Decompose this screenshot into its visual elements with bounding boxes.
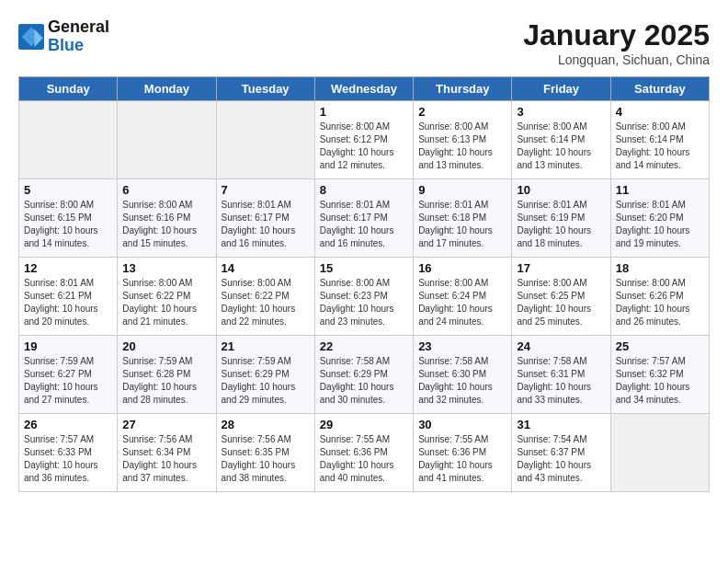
day-number: 27: [122, 418, 210, 431]
calendar-week-3: 12Sunrise: 8:01 AM Sunset: 6:21 PM Dayli…: [19, 258, 710, 336]
day-number: 19: [24, 339, 112, 353]
calendar-cell: 30Sunrise: 7:55 AM Sunset: 6:36 PM Dayli…: [414, 414, 512, 492]
calendar-cell: 26Sunrise: 7:57 AM Sunset: 6:33 PM Dayli…: [19, 414, 118, 492]
weekday-header-tuesday: Tuesday: [216, 77, 314, 101]
weekday-header-thursday: Thursday: [414, 77, 512, 101]
day-info: Sunrise: 7:55 AM Sunset: 6:36 PM Dayligh…: [320, 433, 408, 485]
calendar-cell: 23Sunrise: 7:58 AM Sunset: 6:30 PM Dayli…: [414, 336, 512, 414]
calendar-cell: 2Sunrise: 8:00 AM Sunset: 6:13 PM Daylig…: [414, 101, 512, 179]
day-number: 29: [320, 418, 408, 431]
calendar-cell: 18Sunrise: 8:00 AM Sunset: 6:26 PM Dayli…: [610, 258, 709, 336]
day-number: 31: [517, 418, 605, 431]
day-number: 22: [320, 339, 408, 353]
calendar-week-4: 19Sunrise: 7:59 AM Sunset: 6:27 PM Dayli…: [19, 336, 710, 414]
calendar-cell: 9Sunrise: 8:01 AM Sunset: 6:18 PM Daylig…: [414, 179, 512, 258]
day-info: Sunrise: 7:59 AM Sunset: 6:28 PM Dayligh…: [122, 355, 210, 407]
calendar-cell: 20Sunrise: 7:59 AM Sunset: 6:28 PM Dayli…: [118, 336, 216, 414]
day-number: 24: [517, 339, 605, 353]
day-info: Sunrise: 8:00 AM Sunset: 6:16 PM Dayligh…: [122, 199, 210, 250]
day-info: Sunrise: 7:58 AM Sunset: 6:30 PM Dayligh…: [418, 355, 506, 407]
day-info: Sunrise: 7:56 AM Sunset: 6:35 PM Dayligh…: [222, 433, 310, 485]
day-number: 17: [517, 261, 605, 275]
logo: General Blue: [18, 18, 109, 55]
calendar-cell: 24Sunrise: 7:58 AM Sunset: 6:31 PM Dayli…: [512, 336, 610, 414]
day-info: Sunrise: 8:00 AM Sunset: 6:22 PM Dayligh…: [122, 277, 210, 328]
calendar-cell: 15Sunrise: 8:00 AM Sunset: 6:23 PM Dayli…: [314, 258, 413, 336]
calendar-cell: 19Sunrise: 7:59 AM Sunset: 6:27 PM Dayli…: [19, 336, 118, 414]
calendar-cell: 27Sunrise: 7:56 AM Sunset: 6:34 PM Dayli…: [118, 414, 216, 492]
day-info: Sunrise: 8:00 AM Sunset: 6:14 PM Dayligh…: [616, 121, 704, 172]
calendar-cell: 31Sunrise: 7:54 AM Sunset: 6:37 PM Dayli…: [512, 414, 610, 492]
calendar-cell: 16Sunrise: 8:00 AM Sunset: 6:24 PM Dayli…: [414, 258, 512, 336]
day-info: Sunrise: 7:58 AM Sunset: 6:29 PM Dayligh…: [320, 355, 408, 407]
calendar-cell: 17Sunrise: 8:00 AM Sunset: 6:25 PM Dayli…: [512, 258, 610, 336]
month-title: January 2025: [523, 18, 710, 52]
day-number: 25: [616, 339, 704, 353]
day-info: Sunrise: 7:56 AM Sunset: 6:34 PM Dayligh…: [122, 433, 210, 485]
calendar-cell: [118, 101, 216, 179]
weekday-header-sunday: Sunday: [19, 77, 118, 101]
day-number: 18: [616, 261, 704, 275]
day-number: 1: [320, 105, 408, 119]
day-number: 2: [418, 105, 506, 119]
day-number: 30: [418, 418, 506, 431]
day-number: 6: [122, 183, 210, 197]
day-info: Sunrise: 8:00 AM Sunset: 6:12 PM Dayligh…: [320, 121, 408, 172]
calendar-cell: 4Sunrise: 8:00 AM Sunset: 6:14 PM Daylig…: [610, 101, 709, 179]
day-info: Sunrise: 8:00 AM Sunset: 6:22 PM Dayligh…: [222, 277, 310, 328]
day-number: 15: [320, 261, 408, 275]
day-info: Sunrise: 8:01 AM Sunset: 6:18 PM Dayligh…: [418, 199, 506, 250]
calendar-cell: 6Sunrise: 8:00 AM Sunset: 6:16 PM Daylig…: [118, 179, 216, 258]
day-number: 10: [517, 183, 605, 197]
calendar-cell: [610, 414, 709, 492]
day-info: Sunrise: 8:01 AM Sunset: 6:19 PM Dayligh…: [517, 199, 605, 250]
day-info: Sunrise: 8:00 AM Sunset: 6:13 PM Dayligh…: [418, 121, 506, 172]
day-info: Sunrise: 8:01 AM Sunset: 6:17 PM Dayligh…: [320, 199, 408, 250]
day-info: Sunrise: 7:57 AM Sunset: 6:32 PM Dayligh…: [616, 355, 704, 407]
calendar-week-1: 1Sunrise: 8:00 AM Sunset: 6:12 PM Daylig…: [19, 101, 710, 179]
calendar-cell: 12Sunrise: 8:01 AM Sunset: 6:21 PM Dayli…: [19, 258, 118, 336]
day-number: 13: [122, 261, 210, 275]
calendar-cell: 22Sunrise: 7:58 AM Sunset: 6:29 PM Dayli…: [314, 336, 413, 414]
title-block: January 2025 Longquan, Sichuan, China: [523, 18, 710, 67]
day-info: Sunrise: 8:00 AM Sunset: 6:15 PM Dayligh…: [24, 199, 112, 250]
calendar-cell: 28Sunrise: 7:56 AM Sunset: 6:35 PM Dayli…: [216, 414, 314, 492]
day-info: Sunrise: 8:00 AM Sunset: 6:14 PM Dayligh…: [517, 121, 605, 172]
weekday-header-wednesday: Wednesday: [314, 77, 413, 101]
day-number: 9: [418, 183, 506, 197]
day-number: 11: [616, 183, 704, 197]
weekday-header-saturday: Saturday: [610, 77, 709, 101]
day-number: 16: [418, 261, 506, 275]
day-number: 28: [222, 418, 310, 431]
day-number: 8: [320, 183, 408, 197]
day-info: Sunrise: 8:00 AM Sunset: 6:23 PM Dayligh…: [320, 277, 408, 328]
calendar-table: SundayMondayTuesdayWednesdayThursdayFrid…: [18, 76, 710, 492]
day-number: 5: [24, 183, 112, 197]
calendar-cell: 14Sunrise: 8:00 AM Sunset: 6:22 PM Dayli…: [216, 258, 314, 336]
calendar-cell: 11Sunrise: 8:01 AM Sunset: 6:20 PM Dayli…: [610, 179, 709, 258]
calendar-cell: 21Sunrise: 7:59 AM Sunset: 6:29 PM Dayli…: [216, 336, 314, 414]
calendar-week-5: 26Sunrise: 7:57 AM Sunset: 6:33 PM Dayli…: [19, 414, 710, 492]
day-number: 14: [222, 261, 310, 275]
day-number: 3: [517, 105, 605, 119]
location: Longquan, Sichuan, China: [523, 52, 710, 67]
page-header: General Blue January 2025 Longquan, Sich…: [18, 18, 710, 67]
logo-text: General Blue: [48, 18, 109, 55]
calendar-cell: 25Sunrise: 7:57 AM Sunset: 6:32 PM Dayli…: [610, 336, 709, 414]
calendar-cell: 13Sunrise: 8:00 AM Sunset: 6:22 PM Dayli…: [118, 258, 216, 336]
logo-icon: [18, 24, 44, 50]
calendar-cell: 3Sunrise: 8:00 AM Sunset: 6:14 PM Daylig…: [512, 101, 610, 179]
day-info: Sunrise: 7:59 AM Sunset: 6:29 PM Dayligh…: [222, 355, 310, 407]
day-number: 26: [24, 418, 112, 431]
calendar-cell: 7Sunrise: 8:01 AM Sunset: 6:17 PM Daylig…: [216, 179, 314, 258]
day-number: 4: [616, 105, 704, 119]
weekday-header-friday: Friday: [512, 77, 610, 101]
day-info: Sunrise: 7:58 AM Sunset: 6:31 PM Dayligh…: [517, 355, 605, 407]
day-info: Sunrise: 8:00 AM Sunset: 6:24 PM Dayligh…: [418, 277, 506, 328]
day-number: 23: [418, 339, 506, 353]
calendar-cell: 1Sunrise: 8:00 AM Sunset: 6:12 PM Daylig…: [314, 101, 413, 179]
calendar-cell: 10Sunrise: 8:01 AM Sunset: 6:19 PM Dayli…: [512, 179, 610, 258]
calendar-cell: [216, 101, 314, 179]
weekday-header-monday: Monday: [118, 77, 216, 101]
day-info: Sunrise: 7:55 AM Sunset: 6:36 PM Dayligh…: [418, 433, 506, 485]
